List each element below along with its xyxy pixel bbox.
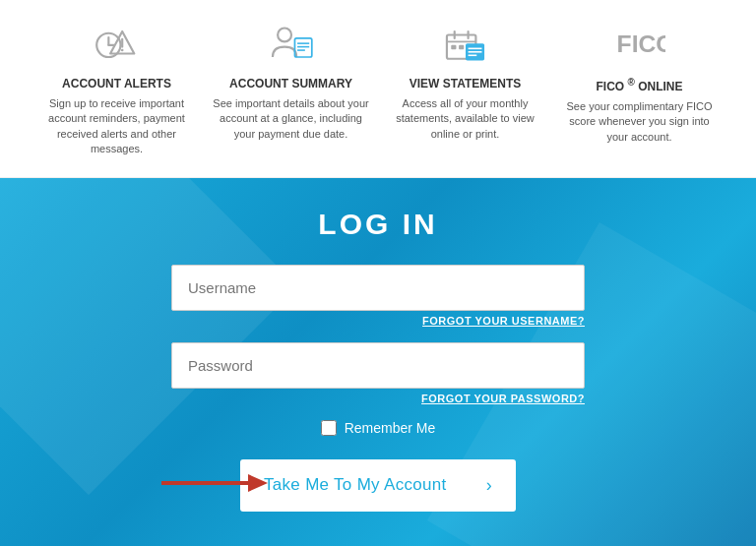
fico-online-title: FICO ® ONLINE <box>596 77 682 93</box>
take-me-to-account-button[interactable]: Take Me To My Account › <box>240 459 516 512</box>
fico-online-desc: See your complimentary FICO score whenev… <box>561 99 719 145</box>
svg-point-6 <box>278 29 291 42</box>
cta-chevron-icon: › <box>486 475 492 496</box>
password-wrapper <box>171 342 585 389</box>
red-arrow-icon <box>161 468 270 502</box>
cta-row: Take Me To My Account › <box>132 459 624 512</box>
forgot-password-link[interactable]: FORGOT YOUR PASSWORD? <box>421 393 585 404</box>
svg-text:.: . <box>657 32 659 39</box>
features-section: ACCOUNT ALERTS Sign up to receive import… <box>0 0 756 178</box>
feature-account-alerts: ACCOUNT ALERTS Sign up to receive import… <box>38 20 196 157</box>
login-form: FORGOT YOUR USERNAME? FORGOT YOUR PASSWO… <box>171 265 585 459</box>
forgot-username-link[interactable]: FORGOT YOUR USERNAME? <box>422 315 585 327</box>
account-alerts-title: ACCOUNT ALERTS <box>62 77 171 91</box>
feature-fico-online: FICO . FICO ® ONLINE See your compliment… <box>561 20 719 157</box>
view-statements-icon <box>436 20 495 69</box>
account-summary-title: ACCOUNT SUMMARY <box>229 77 352 91</box>
cta-button-label: Take Me To My Account <box>264 475 447 495</box>
view-statements-desc: Access all of your monthly statements, a… <box>387 96 544 142</box>
account-alerts-icon <box>88 20 147 69</box>
login-section: LOG IN FORGOT YOUR USERNAME? FORGOT YOUR… <box>0 178 756 546</box>
fico-online-icon: FICO . <box>610 20 669 69</box>
login-title: LOG IN <box>318 208 437 241</box>
username-wrapper <box>171 265 585 311</box>
password-input[interactable] <box>171 342 585 389</box>
svg-rect-7 <box>294 38 311 57</box>
view-statements-title: VIEW STATEMENTS <box>410 77 522 91</box>
svg-rect-16 <box>459 45 464 49</box>
account-summary-icon <box>262 20 321 69</box>
account-summary-desc: See important details about your account… <box>213 96 370 142</box>
feature-view-statements: VIEW STATEMENTS Access all of your month… <box>387 20 544 157</box>
svg-marker-24 <box>248 474 268 492</box>
account-alerts-desc: Sign up to receive important account rem… <box>38 96 196 157</box>
remember-me-row: Remember Me <box>321 420 436 436</box>
svg-point-5 <box>120 49 123 52</box>
svg-rect-15 <box>451 45 456 49</box>
remember-me-checkbox[interactable] <box>321 420 337 436</box>
feature-account-summary: ACCOUNT SUMMARY See important details ab… <box>213 20 370 157</box>
username-input[interactable] <box>171 265 585 311</box>
remember-me-label: Remember Me <box>345 420 436 436</box>
